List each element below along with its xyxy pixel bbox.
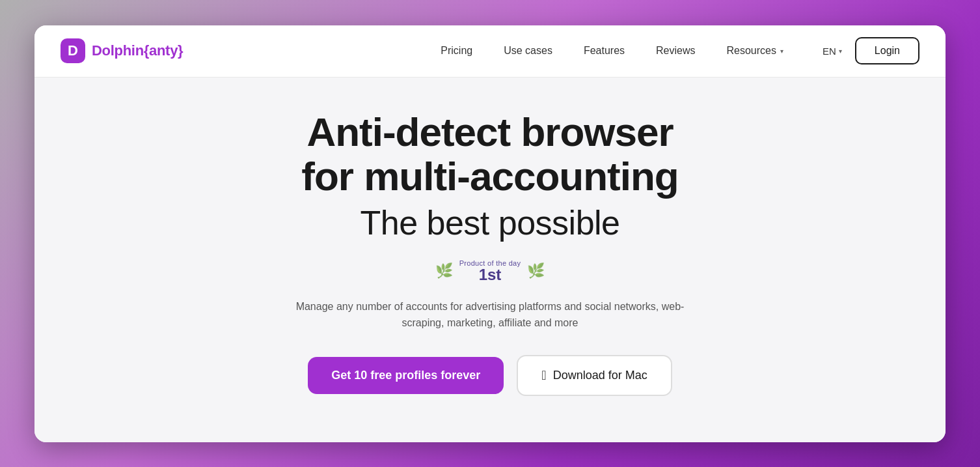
nav-link-pricing[interactable]: Pricing bbox=[441, 45, 472, 56]
logo-area[interactable]: D Dolphin{anty} bbox=[61, 38, 183, 63]
navbar: D Dolphin{anty} Pricing Use cases Featur… bbox=[34, 25, 946, 78]
hero-subtitle: The best possible bbox=[360, 203, 619, 243]
logo-text: Dolphin{anty} bbox=[92, 42, 183, 59]
nav-item-use-cases[interactable]: Use cases bbox=[504, 45, 552, 57]
logo-icon: D bbox=[61, 38, 85, 63]
nav-right: EN ▾ Login bbox=[823, 37, 919, 64]
download-mac-button[interactable]:  Download for Mac bbox=[517, 355, 672, 396]
download-mac-label: Download for Mac bbox=[553, 369, 647, 382]
nav-item-pricing[interactable]: Pricing bbox=[441, 45, 472, 57]
lang-chevron-icon: ▾ bbox=[839, 48, 842, 55]
app-window: D Dolphin{anty} Pricing Use cases Featur… bbox=[34, 25, 946, 442]
product-badge: 🌿 Product of the day 1st 🌿 bbox=[435, 259, 545, 283]
hero-title-line1: Anti-detect browser bbox=[306, 109, 673, 154]
laurel-right-icon: 🌿 bbox=[527, 262, 545, 279]
lang-label: EN bbox=[823, 46, 836, 57]
nav-item-reviews[interactable]: Reviews bbox=[656, 45, 695, 57]
chevron-down-icon: ▾ bbox=[780, 48, 783, 55]
logo-brand-prefix: Dolphin bbox=[92, 42, 144, 59]
nav-link-resources[interactable]: Resources bbox=[727, 45, 776, 57]
nav-link-features[interactable]: Features bbox=[584, 45, 625, 56]
logo-brand-suffix: {anty} bbox=[144, 42, 184, 59]
hero-description: Manage any number of accounts for advert… bbox=[282, 298, 698, 332]
nav-link-use-cases[interactable]: Use cases bbox=[504, 45, 552, 56]
apple-icon:  bbox=[541, 368, 546, 383]
badge-rank: 1st bbox=[459, 267, 521, 283]
hero-section: Anti-detect browser for multi-accounting… bbox=[34, 78, 946, 442]
hero-title: Anti-detect browser for multi-accounting bbox=[301, 110, 678, 199]
get-free-profiles-button[interactable]: Get 10 free profiles forever bbox=[308, 357, 504, 394]
hero-title-line2: for multi-accounting bbox=[301, 154, 678, 199]
nav-item-resources[interactable]: Resources ▾ bbox=[727, 45, 783, 57]
nav-links: Pricing Use cases Features Reviews Resou… bbox=[441, 45, 783, 57]
login-button[interactable]: Login bbox=[855, 37, 919, 64]
nav-item-features[interactable]: Features bbox=[584, 45, 625, 57]
laurel-left-icon: 🌿 bbox=[435, 262, 453, 279]
lang-selector[interactable]: EN ▾ bbox=[823, 46, 842, 57]
cta-buttons: Get 10 free profiles forever  Download … bbox=[308, 355, 672, 396]
nav-link-reviews[interactable]: Reviews bbox=[656, 45, 695, 56]
badge-text: Product of the day 1st bbox=[459, 259, 521, 283]
